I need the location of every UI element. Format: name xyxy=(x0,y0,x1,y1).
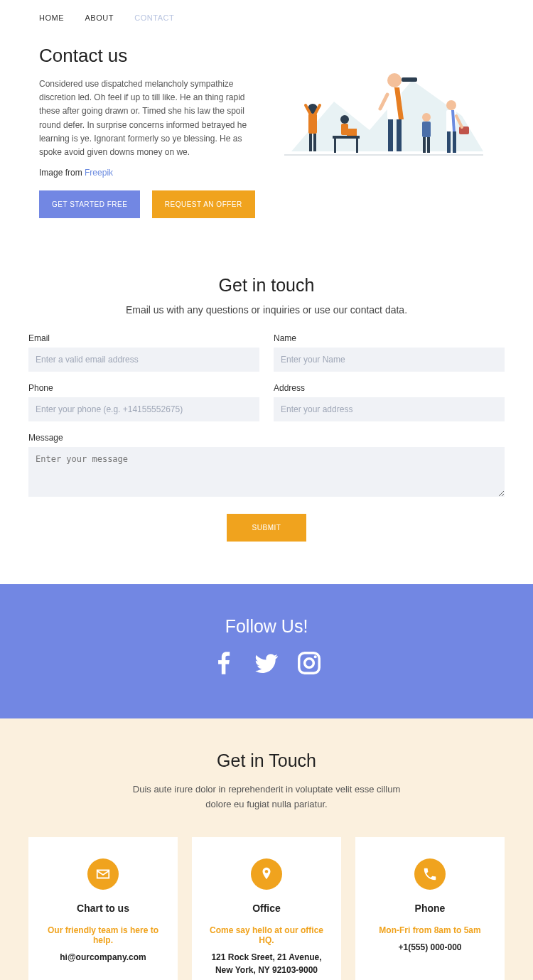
twitter-link[interactable] xyxy=(253,650,280,679)
follow-title: Follow Us! xyxy=(0,616,533,637)
svg-rect-13 xyxy=(347,129,357,136)
hero-description: Considered use dispatched melancholy sym… xyxy=(39,77,259,159)
hero-illustration xyxy=(274,45,494,173)
svg-point-33 xyxy=(305,659,314,668)
name-label: Name xyxy=(274,333,505,343)
svg-rect-24 xyxy=(427,137,430,153)
message-label: Message xyxy=(28,433,505,443)
touch-title: Get in Touch xyxy=(28,750,505,771)
instagram-icon xyxy=(296,650,323,677)
svg-point-8 xyxy=(340,115,349,124)
main-nav: HOME ABOUT CONTACT xyxy=(0,0,533,31)
card-tagline: Come say hello at our office HQ. xyxy=(203,925,330,945)
svg-point-34 xyxy=(314,655,317,658)
svg-rect-28 xyxy=(447,131,451,153)
svg-rect-29 xyxy=(453,131,456,153)
hero-content: Contact us Considered use dispatched mel… xyxy=(39,45,259,218)
chat-card: Chart to us Our friendly team is here to… xyxy=(28,837,178,980)
location-icon xyxy=(251,858,282,890)
facebook-link[interactable] xyxy=(210,650,237,679)
svg-rect-10 xyxy=(333,136,360,139)
svg-rect-3 xyxy=(308,114,317,134)
follow-section: Follow Us! xyxy=(0,584,533,718)
social-icons xyxy=(0,650,533,679)
address-label: Address xyxy=(274,383,505,393)
team-illustration-icon xyxy=(277,45,490,173)
nav-about[interactable]: ABOUT xyxy=(85,14,113,22)
instagram-link[interactable] xyxy=(296,650,323,679)
contact-form-section: Get in touch Email us with any questions… xyxy=(0,254,533,584)
phone-field[interactable] xyxy=(28,397,259,421)
svg-point-21 xyxy=(422,113,431,122)
svg-rect-11 xyxy=(334,139,336,153)
svg-rect-19 xyxy=(388,119,393,151)
svg-point-25 xyxy=(446,100,456,110)
address-field[interactable] xyxy=(274,397,505,421)
name-field[interactable] xyxy=(274,348,505,372)
svg-rect-23 xyxy=(423,137,426,153)
card-detail: hi@ourcompany.com xyxy=(39,951,167,964)
nav-contact[interactable]: CONTACT xyxy=(134,14,174,22)
hero-title: Contact us xyxy=(39,45,259,67)
facebook-icon xyxy=(210,650,237,677)
card-title: Office xyxy=(203,903,330,914)
card-tagline: Mon-Fri from 8am to 5am xyxy=(366,925,494,935)
credit-prefix: Image from xyxy=(39,168,85,178)
form-subtitle: Email us with any questions or inquiries… xyxy=(28,304,505,316)
email-field[interactable] xyxy=(28,348,259,372)
svg-rect-6 xyxy=(309,134,312,151)
svg-point-14 xyxy=(387,73,402,87)
credit-link[interactable]: Freepik xyxy=(85,168,113,178)
svg-rect-17 xyxy=(402,77,417,82)
card-detail: +1(555) 000-000 xyxy=(366,941,494,954)
contact-cards: Chart to us Our friendly team is here to… xyxy=(28,837,505,980)
svg-rect-12 xyxy=(356,139,358,153)
twitter-icon xyxy=(253,650,280,677)
card-title: Phone xyxy=(366,903,494,914)
card-title: Chart to us xyxy=(39,903,167,914)
hero-section: Contact us Considered use dispatched mel… xyxy=(0,31,533,254)
submit-button[interactable]: SUBMIT xyxy=(227,514,307,542)
touch-subtitle: Duis aute irure dolor in reprehenderit i… xyxy=(131,782,402,812)
svg-rect-20 xyxy=(397,119,402,151)
svg-rect-22 xyxy=(422,122,431,137)
phone-card: Phone Mon-Fri from 8am to 5am +1(555) 00… xyxy=(355,837,505,980)
email-label: Email xyxy=(28,333,259,343)
svg-rect-7 xyxy=(313,134,316,151)
image-credit: Image from Freepik xyxy=(39,168,259,178)
office-card: Office Come say hello at our office HQ. … xyxy=(192,837,341,980)
message-field[interactable] xyxy=(28,447,505,497)
mail-icon xyxy=(87,858,119,890)
get-in-touch-section: Get in Touch Duis aute irure dolor in re… xyxy=(0,718,533,980)
card-detail: 121 Rock Sreet, 21 Avenue,New York, NY 9… xyxy=(203,951,330,976)
form-title: Get in touch xyxy=(28,275,505,296)
phone-label: Phone xyxy=(28,383,259,393)
svg-line-18 xyxy=(380,95,387,109)
get-started-button[interactable]: GET STARTED FREE xyxy=(39,190,140,218)
nav-home[interactable]: HOME xyxy=(39,14,64,22)
phone-icon xyxy=(414,858,446,890)
card-tagline: Our friendly team is here to help. xyxy=(39,925,167,945)
request-offer-button[interactable]: REQUEST AN OFFER xyxy=(152,190,255,218)
